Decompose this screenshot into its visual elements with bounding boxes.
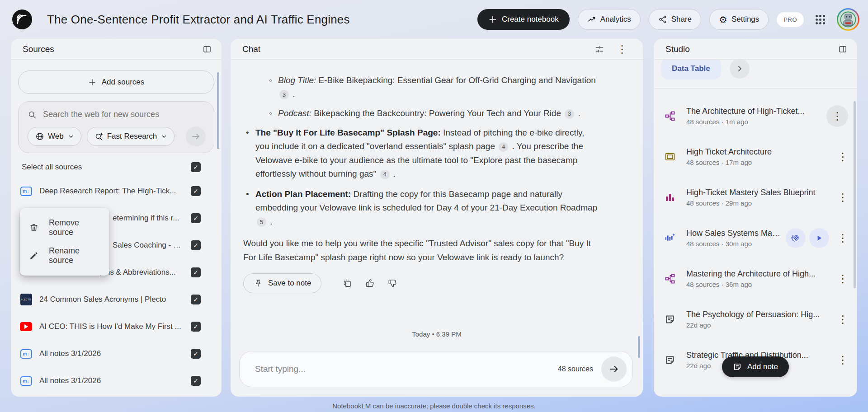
studio-item-title: How Sales Systems Map...	[686, 229, 782, 238]
studio-list: The Architecture of High-Ticket...48 sou…	[654, 89, 857, 397]
citation-chip[interactable]: 3	[279, 90, 289, 99]
source-checkbox[interactable]: ✓	[191, 295, 201, 304]
studio-panel: Data Table Studio The Architecture of Hi…	[654, 39, 857, 397]
chat-more-icon[interactable]: ⋮	[617, 44, 627, 55]
frame-icon	[665, 151, 680, 162]
web-search-input[interactable]	[43, 110, 206, 119]
citation-chip[interactable]: 5	[257, 217, 266, 227]
research-mode-dropdown[interactable]: Fast Research	[87, 127, 175, 146]
markdown-icon: m↓	[20, 187, 32, 196]
chat-body: ◦Blog Title: E-Bike Bikepacking: Essenti…	[231, 60, 643, 397]
select-all-checkbox[interactable]: ✓	[191, 162, 201, 172]
notebook-title[interactable]: The One-Sentence Profit Extractor and AI…	[47, 13, 477, 27]
studio-item-meta: 48 sources · 17m ago	[686, 159, 829, 166]
source-row[interactable]: m↓All notes 3/1/2026✓	[11, 367, 222, 394]
pro-badge: PRO	[777, 12, 804, 27]
item-more-icon[interactable]: ⋮	[837, 273, 848, 284]
item-more-icon[interactable]: ⋮	[837, 192, 848, 203]
source-checkbox[interactable]: ✓	[191, 186, 201, 196]
sources-panel-header: Sources	[11, 39, 222, 60]
source-checkbox[interactable]: ✓	[191, 376, 201, 386]
chat-settings-icon[interactable]	[595, 45, 604, 54]
item-more-icon[interactable]: ⋮	[826, 105, 848, 127]
notebooklm-logo-icon[interactable]	[12, 9, 32, 29]
source-checkbox[interactable]: ✓	[191, 240, 201, 250]
select-all-label: Select all sources	[22, 163, 191, 172]
settings-button[interactable]: ⚙ Settings	[709, 9, 769, 30]
save-to-note-button[interactable]: Save to note	[243, 273, 321, 293]
add-note-button[interactable]: Add note	[722, 356, 789, 377]
citation-chip[interactable]: 4	[380, 170, 390, 179]
share-icon	[658, 15, 667, 24]
rename-source-menu-item[interactable]: Rename source	[20, 242, 109, 270]
studio-item[interactable]: How Sales Systems Map...48 sources · 30m…	[654, 218, 857, 258]
studio-item[interactable]: High-Ticket Mastery Sales Blueprint48 so…	[654, 177, 857, 218]
app-header: The One-Sentence Profit Extractor and AI…	[0, 0, 868, 39]
chevron-right-icon	[735, 64, 744, 73]
item-more-icon[interactable]: ⋮	[837, 395, 848, 397]
markdown-icon: m↓	[20, 376, 32, 386]
select-all-sources-row: Select all sources ✓	[11, 157, 222, 178]
data-table-chip[interactable]: Data Table	[661, 58, 721, 80]
share-button[interactable]: Share	[649, 9, 701, 30]
studio-item-title: The Acronym Method for Batching...	[686, 396, 829, 397]
chat-scrollbar[interactable]	[638, 336, 640, 358]
source-checkbox[interactable]: ✓	[191, 349, 201, 359]
add-sources-button[interactable]: Add sources	[18, 70, 214, 94]
sources-scrollbar[interactable]	[217, 72, 219, 149]
create-notebook-button[interactable]: Create notebook	[477, 9, 570, 30]
web-filter-dropdown[interactable]: Web	[28, 127, 81, 146]
studio-item[interactable]: The Psychology of Persuasion: Hig...22d …	[654, 299, 857, 340]
chat-bullet: •The "Buy It For Life Basecamp" Splash P…	[243, 126, 599, 181]
youtube-icon	[20, 322, 32, 331]
interactive-mode-button[interactable]	[786, 228, 806, 248]
search-submit-button[interactable]	[186, 126, 206, 146]
citation-chip[interactable]: 3	[565, 109, 574, 119]
fast-research-icon	[94, 132, 104, 141]
source-checkbox[interactable]: ✓	[191, 213, 201, 223]
studio-item[interactable]: The Acronym Method for Batching...⋮	[654, 380, 857, 397]
source-checkbox[interactable]: ✓	[191, 267, 201, 277]
collapse-panel-icon[interactable]	[203, 45, 212, 54]
search-icon	[28, 110, 37, 119]
avatar[interactable]	[837, 8, 859, 31]
chat-bullet: •Action Plan Placement: Drafting the cop…	[243, 187, 599, 229]
chip-next-button[interactable]	[730, 59, 750, 79]
apps-grid-icon[interactable]	[816, 15, 825, 24]
studio-item-meta: 22d ago	[686, 321, 829, 329]
studio-scrollbar[interactable]	[854, 101, 856, 288]
thumbs-up-icon[interactable]	[365, 278, 375, 288]
play-button[interactable]	[809, 228, 829, 248]
remove-source-menu-item[interactable]: Remove source	[20, 214, 109, 242]
item-more-icon[interactable]: ⋮	[837, 314, 848, 325]
item-more-icon[interactable]: ⋮	[837, 151, 848, 162]
chat-input-bar: 48 sources	[239, 351, 633, 387]
source-row[interactable]: PLECTO24 Common Sales Acronyms | Plecto✓	[11, 286, 222, 313]
studio-item[interactable]: Mastering the Architecture of High...48 …	[654, 258, 857, 299]
expand-panel-icon[interactable]	[838, 45, 847, 54]
note-icon	[665, 314, 680, 325]
thumbs-down-icon[interactable]	[387, 278, 397, 288]
studio-item[interactable]: High Ticket Architecture48 sources · 17m…	[654, 136, 857, 177]
send-button[interactable]	[601, 356, 627, 382]
studio-item-title: High-Ticket Mastery Sales Blueprint	[686, 188, 829, 197]
source-row[interactable]: m↓All notes 3/1/2026✓	[11, 340, 222, 367]
studio-item-title: High Ticket Architecture	[686, 147, 829, 157]
studio-item-meta: 48 sources · 29m ago	[686, 199, 829, 207]
source-checkbox[interactable]: ✓	[191, 322, 201, 332]
disclaimer-text: NotebookLM can be inaccurate; please dou…	[0, 402, 868, 410]
chat-panel-header: Chat ⋮	[231, 39, 643, 60]
copy-icon[interactable]	[342, 278, 352, 288]
chat-bullet: ◦Podcast: Bikepacking the Backcountry: P…	[243, 107, 599, 121]
item-more-icon[interactable]: ⋮	[837, 355, 848, 365]
chat-input[interactable]	[255, 364, 558, 374]
source-row[interactable]: AI CEO: THIS is How I'd Make My First ..…	[11, 313, 222, 340]
studio-item-title: The Psychology of Persuasion: Hig...	[686, 310, 829, 319]
citation-chip[interactable]: 4	[499, 142, 508, 152]
source-row[interactable]: m↓Deep Research Report: The High-Tick...…	[11, 178, 222, 205]
item-more-icon[interactable]: ⋮	[837, 233, 848, 243]
pin-icon	[254, 279, 263, 288]
analytics-button[interactable]: Analytics	[578, 9, 641, 30]
source-count-label: 48 sources	[558, 365, 593, 373]
studio-item[interactable]: The Architecture of High-Ticket...48 sou…	[654, 96, 857, 136]
